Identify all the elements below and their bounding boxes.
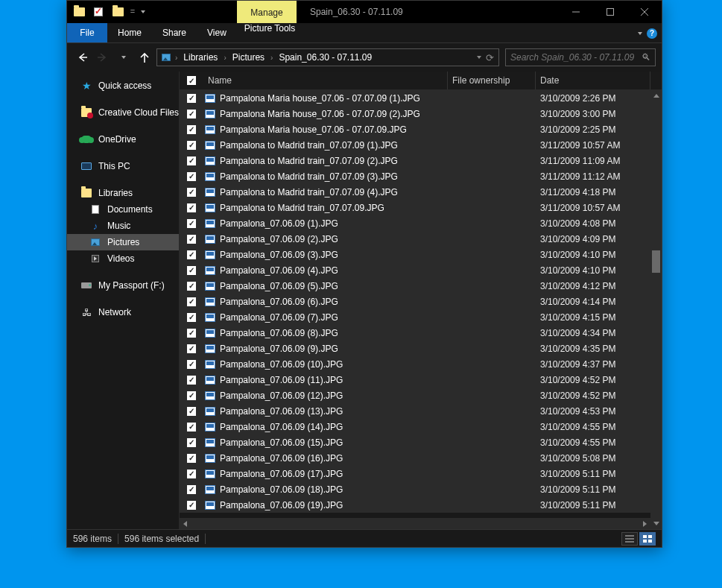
file-row[interactable]: ✓Pampalona_07.06.09 (15).JPG3/10/2009 4:… — [180, 434, 662, 450]
row-checkbox[interactable]: ✓ — [180, 501, 203, 510]
row-checkbox[interactable]: ✓ — [180, 423, 203, 431]
sidebar-creative-cloud[interactable]: Creative Cloud Files — [67, 104, 179, 121]
address-dropdown-icon[interactable] — [477, 56, 481, 59]
tab-picture-tools[interactable]: Picture Tools — [237, 23, 303, 34]
forward-button[interactable] — [94, 48, 112, 66]
tab-view[interactable]: View — [197, 23, 237, 42]
file-row[interactable]: ✓Pampalona_07.06.09 (1).JPG3/10/2009 4:0… — [180, 215, 662, 231]
row-checkbox[interactable]: ✓ — [180, 313, 203, 322]
close-button[interactable] — [627, 1, 662, 23]
sidebar-passport-drive[interactable]: My Passport (F:) — [67, 277, 179, 294]
file-row[interactable]: ✓Pampalona_07.06.09 (13).JPG3/10/2009 4:… — [180, 403, 662, 419]
row-checkbox[interactable]: ✓ — [180, 157, 203, 165]
row-checkbox[interactable]: ✓ — [180, 407, 203, 416]
row-checkbox[interactable]: ✓ — [180, 470, 203, 478]
scroll-right-button[interactable] — [639, 518, 650, 529]
qat-chevron[interactable] — [139, 4, 148, 20]
ribbon-collapse-icon[interactable] — [638, 32, 642, 35]
help-button[interactable]: ? — [647, 28, 657, 39]
row-checkbox[interactable]: ✓ — [180, 282, 203, 291]
view-details-button[interactable] — [621, 532, 638, 546]
column-name[interactable]: Name — [203, 72, 448, 89]
row-checkbox[interactable]: ✓ — [180, 391, 203, 400]
qat-dropdown[interactable]: = — [128, 4, 137, 20]
file-row[interactable]: ✓Pampalona_07.06.09 (16).JPG3/10/2009 5:… — [180, 450, 662, 466]
search-input[interactable] — [510, 52, 642, 63]
sidebar-quick-access[interactable]: ★Quick access — [67, 78, 179, 94]
sidebar-music[interactable]: ♪Music — [67, 218, 179, 234]
breadcrumb-sep[interactable]: › — [222, 54, 227, 62]
recent-locations-button[interactable] — [115, 48, 133, 66]
row-checkbox[interactable]: ✓ — [180, 454, 203, 463]
file-tab[interactable]: File — [67, 23, 107, 42]
breadcrumb-sep[interactable]: › — [269, 54, 274, 62]
address-bar[interactable]: › Libraries › Pictures › Spain_06.30 - 0… — [156, 48, 499, 66]
row-checkbox[interactable]: ✓ — [180, 110, 203, 118]
file-row[interactable]: ✓Pampalona_07.06.09 (17).JPG3/10/2009 5:… — [180, 466, 662, 481]
select-all-checkbox[interactable]: ✓ — [180, 76, 203, 85]
row-checkbox[interactable]: ✓ — [180, 188, 203, 197]
row-checkbox[interactable]: ✓ — [180, 235, 203, 244]
contextual-tab-label[interactable]: Manage — [237, 2, 297, 23]
sidebar-this-pc[interactable]: This PC — [67, 158, 179, 174]
file-row[interactable]: ✓Pampalona_07.06.09 (12).JPG3/10/2009 4:… — [180, 388, 662, 403]
row-checkbox[interactable]: ✓ — [180, 344, 203, 353]
sidebar-libraries[interactable]: Libraries — [67, 185, 179, 201]
breadcrumb-pictures[interactable]: Pictures — [228, 49, 269, 66]
file-row[interactable]: ✓Pampalona to Madrid train_07.07.09 (3).… — [180, 168, 662, 184]
vertical-scrollbar[interactable] — [650, 90, 662, 529]
minimize-button[interactable] — [559, 1, 593, 23]
file-row[interactable]: ✓Pampalona_07.06.09 (5).JPG3/10/2009 4:1… — [180, 278, 662, 294]
search-box[interactable]: 🔍︎ — [505, 48, 656, 66]
file-row[interactable]: ✓Pampalona to Madrid train_07.07.09 (1).… — [180, 137, 662, 153]
file-row[interactable]: ✓Pampalona_07.06.09 (4).JPG3/10/2009 4:1… — [180, 262, 662, 278]
tab-share[interactable]: Share — [152, 23, 197, 42]
breadcrumb-sep[interactable]: › — [174, 54, 179, 62]
column-file-ownership[interactable]: File ownership — [448, 72, 536, 89]
file-row[interactable]: ✓Pampalona_07.06.09 (8).JPG3/10/2009 4:3… — [180, 325, 662, 341]
file-row[interactable]: ✓Pampalona_07.06.09 (6).JPG3/10/2009 4:1… — [180, 294, 662, 309]
view-thumbnails-button[interactable] — [639, 532, 656, 546]
file-row[interactable]: ✓Pampalona_07.06.09 (2).JPG3/10/2009 4:0… — [180, 231, 662, 247]
scroll-left-button[interactable] — [180, 518, 191, 529]
qat-folder-1[interactable] — [70, 4, 88, 20]
qat-properties[interactable] — [89, 4, 107, 20]
file-row[interactable]: ✓Pampalona to Madrid train_07.07.09 (2).… — [180, 153, 662, 168]
file-row[interactable]: ✓Pampalona to Madrid train_07.07.09.JPG3… — [180, 200, 662, 215]
up-button[interactable] — [136, 48, 153, 66]
sidebar-onedrive[interactable]: OneDrive — [67, 131, 179, 148]
file-row[interactable]: ✓Pampalona_07.06.09 (11).JPG3/10/2009 4:… — [180, 372, 662, 388]
row-checkbox[interactable]: ✓ — [180, 141, 203, 150]
file-row[interactable]: ✓Pampalona Maria house_07.06 - 07.07.09 … — [180, 90, 662, 106]
row-checkbox[interactable]: ✓ — [180, 438, 203, 447]
row-checkbox[interactable]: ✓ — [180, 125, 203, 134]
qat-folder-2[interactable] — [109, 4, 127, 20]
scroll-down-button[interactable] — [650, 518, 662, 529]
file-row[interactable]: ✓Pampalona_07.06.09 (18).JPG3/10/2009 5:… — [180, 481, 662, 497]
sidebar-videos[interactable]: Videos — [67, 250, 179, 267]
file-row[interactable]: ✓Pampalona_07.06.09 (7).JPG3/10/2009 4:1… — [180, 309, 662, 325]
row-checkbox[interactable]: ✓ — [180, 329, 203, 338]
file-row[interactable]: ✓Pampalona_07.06.09 (14).JPG3/10/2009 4:… — [180, 419, 662, 434]
sidebar-pictures[interactable]: Pictures — [67, 234, 179, 250]
sidebar-documents[interactable]: Documents — [67, 201, 179, 218]
row-checkbox[interactable]: ✓ — [180, 172, 203, 181]
row-checkbox[interactable]: ✓ — [180, 219, 203, 228]
file-row[interactable]: ✓Pampalona Maria house_07.06 - 07.07.09 … — [180, 106, 662, 121]
file-row[interactable]: ✓Pampalona Maria house_07.06 - 07.07.09.… — [180, 121, 662, 137]
back-button[interactable] — [73, 48, 91, 66]
search-icon[interactable]: 🔍︎ — [642, 52, 650, 63]
row-checkbox[interactable]: ✓ — [180, 376, 203, 385]
file-row[interactable]: ✓Pampalona_07.06.09 (19).JPG3/10/2009 5:… — [180, 497, 662, 513]
file-row[interactable]: ✓Pampalona to Madrid train_07.07.09 (4).… — [180, 184, 662, 200]
scroll-up-button[interactable] — [650, 90, 662, 101]
scroll-thumb[interactable] — [652, 250, 660, 273]
column-date[interactable]: Date — [536, 72, 650, 89]
row-checkbox[interactable]: ✓ — [180, 203, 203, 212]
tab-home[interactable]: Home — [107, 23, 152, 42]
row-checkbox[interactable]: ✓ — [180, 94, 203, 103]
file-row[interactable]: ✓Pampalona_07.06.09 (10).JPG3/10/2009 4:… — [180, 356, 662, 372]
maximize-button[interactable] — [593, 1, 627, 23]
horizontal-scrollbar[interactable] — [180, 518, 650, 529]
row-checkbox[interactable]: ✓ — [180, 266, 203, 275]
